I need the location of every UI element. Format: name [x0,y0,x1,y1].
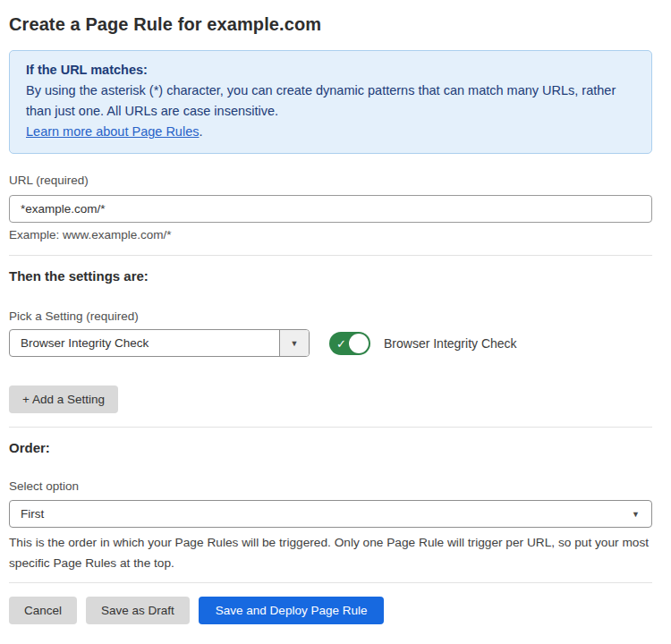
url-input[interactable] [9,195,652,223]
save-and-deploy-button[interactable]: Save and Deploy Page Rule [199,597,385,624]
order-select-value: First [21,507,44,521]
toggle-label: Browser Integrity Check [384,336,517,351]
link-suffix: . [199,124,202,139]
footer-actions: Cancel Save as Draft Save and Deploy Pag… [9,597,652,624]
info-box-heading: If the URL matches: [26,60,635,80]
order-help-text: This is the order in which your Page Rul… [9,532,652,573]
url-example-text: Example: www.example.com/* [9,228,652,242]
add-setting-button[interactable]: + Add a Setting [9,386,118,413]
create-page-rule-form: Create a Page Rule for example.com If th… [0,0,671,624]
page-title: Create a Page Rule for example.com [9,13,652,36]
setting-toggle[interactable]: ✓ [329,332,370,355]
setting-row: Browser Integrity Check ▼ ✓ Browser Inte… [9,329,652,357]
save-as-draft-button[interactable]: Save as Draft [86,597,190,624]
setting-dropdown[interactable]: Browser Integrity Check ▼ [9,329,310,357]
toggle-knob [349,334,369,353]
check-icon: ✓ [336,337,346,349]
learn-more-link[interactable]: Learn more about Page Rules [26,124,199,139]
order-select-label: Select option [9,479,652,494]
info-box-link-line: Learn more about Page Rules. [26,122,635,142]
url-match-info-box: If the URL matches: By using the asteris… [9,50,652,154]
setting-dropdown-value: Browser Integrity Check [10,336,149,350]
cancel-button[interactable]: Cancel [9,597,77,624]
divider [9,427,652,428]
pick-setting-label: Pick a Setting (required) [9,309,652,324]
chevron-down-icon: ▼ [632,510,640,519]
settings-section-heading: Then the settings are: [9,268,652,284]
divider [9,582,652,583]
info-box-body: By using the asterisk (*) character, you… [26,80,635,122]
order-section-heading: Order: [9,440,652,456]
order-select[interactable]: First ▼ [9,500,652,528]
chevron-down-icon: ▼ [279,330,309,356]
url-label: URL (required) [9,174,652,188]
divider [9,255,652,256]
